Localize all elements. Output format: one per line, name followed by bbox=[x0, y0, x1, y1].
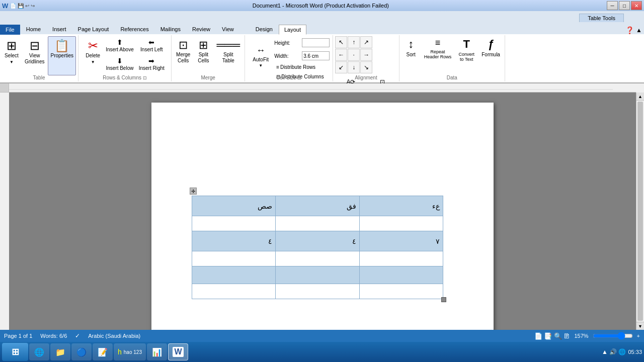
delete-button[interactable]: ✂ Delete ▼ bbox=[83, 36, 103, 75]
close-button[interactable]: ✕ bbox=[631, 1, 642, 10]
tab-layout[interactable]: Layout bbox=[279, 25, 306, 35]
window-controls[interactable]: ─ □ ✕ bbox=[607, 1, 642, 10]
repeat-header-rows-button[interactable]: ≡ RepeatHeader Rows bbox=[422, 36, 454, 75]
align-bottom-right[interactable]: ↘ bbox=[360, 61, 372, 73]
table-cell[interactable] bbox=[359, 266, 443, 284]
align-middle-left[interactable]: ← bbox=[335, 49, 347, 61]
tab-view[interactable]: View bbox=[216, 24, 239, 34]
insert-left-button[interactable]: ⬅ Insert Left bbox=[137, 36, 167, 54]
group-merge-label: Merge bbox=[172, 75, 245, 80]
distribute-rows-label: Distribute Rows bbox=[280, 64, 315, 70]
properties-button[interactable]: 📋 Properties bbox=[48, 36, 76, 75]
cell-text: ٤ bbox=[276, 236, 359, 246]
table-cell[interactable]: فق bbox=[276, 196, 359, 216]
width-input[interactable] bbox=[302, 51, 330, 60]
tab-mailings[interactable]: Mailings bbox=[155, 24, 186, 34]
quick-access-toolbar: 📄 💾 ↩ ↪ bbox=[10, 3, 34, 9]
check-icon: ✓ bbox=[75, 332, 80, 339]
table-cell[interactable] bbox=[192, 216, 276, 231]
table-cell[interactable] bbox=[359, 216, 443, 231]
insert-above-button[interactable]: ⬆ Insert Above bbox=[104, 36, 136, 54]
insert-left-icon: ⬅ bbox=[148, 38, 154, 46]
table-cell[interactable]: ٤ bbox=[192, 231, 276, 251]
tab-page-layout[interactable]: Page Layout bbox=[72, 24, 115, 34]
align-middle-center[interactable]: · bbox=[348, 49, 360, 61]
tab-home[interactable]: Home bbox=[21, 24, 46, 34]
group-alignment: ↖ ↑ ↗ ← · → ↙ ↓ ↘ A⟳ Text Direction ⊡ Ce… bbox=[333, 35, 399, 81]
collapse-ribbon-icon[interactable]: ▲ bbox=[636, 27, 642, 34]
table-cell[interactable] bbox=[276, 284, 359, 299]
height-input[interactable] bbox=[302, 38, 330, 47]
table-cell[interactable] bbox=[192, 266, 276, 284]
tab-file[interactable]: File bbox=[0, 25, 20, 35]
table-cell[interactable]: ٤ bbox=[276, 231, 359, 251]
tab-insert[interactable]: Insert bbox=[47, 24, 72, 34]
table-cell[interactable] bbox=[359, 284, 443, 299]
start-button[interactable]: ⊞ bbox=[2, 343, 28, 361]
maximize-button[interactable]: □ bbox=[619, 1, 630, 10]
split-cells-button[interactable]: ⊞ SplitCells bbox=[194, 36, 213, 75]
taskbar-item-notepad[interactable]: 📝 bbox=[93, 343, 113, 360]
taskbar-item-folder[interactable]: 📁 bbox=[50, 343, 70, 360]
help-icon[interactable]: ❓ bbox=[625, 26, 634, 34]
autofit-button[interactable]: ↔ AutoFit ▼ bbox=[248, 44, 273, 74]
split-table-button[interactable]: ═══ SplitTable bbox=[214, 36, 243, 75]
taskbar-item-word[interactable]: W bbox=[168, 343, 188, 360]
align-middle-right[interactable]: → bbox=[360, 49, 372, 61]
table-cell[interactable]: صص bbox=[192, 196, 276, 216]
rows-cols-expand[interactable]: ⊡ bbox=[143, 75, 147, 80]
view-gridlines-button[interactable]: ⊟ ViewGridlines bbox=[22, 36, 47, 75]
vertical-scrollbar[interactable]: ▲ ▼ bbox=[636, 93, 644, 330]
formula-button[interactable]: ƒ Formula bbox=[479, 36, 503, 75]
zoom-in-icon[interactable]: + bbox=[637, 333, 640, 339]
scroll-down-button[interactable]: ▼ bbox=[636, 322, 644, 330]
table-cell[interactable] bbox=[192, 284, 276, 299]
align-bottom-left[interactable]: ↙ bbox=[335, 61, 347, 73]
table-cell[interactable] bbox=[276, 216, 359, 231]
view-icons[interactable]: 📄 📑 🔍 🖹 bbox=[534, 332, 571, 340]
taskbar-item-ie[interactable]: 🌐 bbox=[29, 343, 49, 360]
merge-cells-button[interactable]: ⊡ MergeCells bbox=[174, 36, 193, 75]
cell-size-expand[interactable]: ⊡ bbox=[297, 75, 301, 80]
taskbar-item-hao[interactable]: h hao 123 bbox=[114, 343, 146, 360]
hao-label: hao 123 bbox=[124, 349, 142, 355]
insert-below-button[interactable]: ⬇ Insert Below bbox=[104, 55, 136, 73]
vruler-svg bbox=[0, 93, 9, 330]
table-cell[interactable] bbox=[192, 251, 276, 266]
table-cell[interactable] bbox=[276, 266, 359, 284]
scroll-up-button[interactable]: ▲ bbox=[636, 93, 644, 101]
table-resize-handle[interactable] bbox=[441, 297, 446, 302]
taskbar-item-chrome[interactable]: 🔵 bbox=[71, 343, 92, 360]
ribbon-tabs-row[interactable]: File Home Insert Page Layout References … bbox=[0, 22, 644, 34]
table-cell[interactable] bbox=[359, 251, 443, 266]
align-top-center[interactable]: ↑ bbox=[348, 36, 360, 48]
minimize-button[interactable]: ─ bbox=[607, 1, 618, 10]
table-move-handle[interactable]: ✛ bbox=[190, 188, 197, 195]
table-container: ✛ صص فق عء bbox=[192, 196, 443, 299]
table-cell[interactable] bbox=[276, 251, 359, 266]
title-bar-left: W 📄 💾 ↩ ↪ bbox=[2, 2, 35, 10]
scroll-thumb[interactable] bbox=[637, 102, 643, 321]
align-top-right[interactable]: ↗ bbox=[360, 36, 372, 48]
document-area[interactable]: ✛ صص فق عء bbox=[9, 93, 636, 330]
ruler-svg bbox=[9, 83, 636, 93]
insert-right-button[interactable]: ➡ Insert Right bbox=[137, 55, 167, 73]
tab-references[interactable]: References bbox=[115, 24, 154, 34]
properties-icon: 📋 bbox=[54, 40, 69, 52]
insert-col: ⬆ Insert Above ⬇ Insert Below bbox=[104, 36, 136, 80]
sort-button[interactable]: ↕ Sort bbox=[401, 36, 421, 75]
tab-design[interactable]: Design bbox=[250, 24, 278, 34]
insert-left-label: Insert Left bbox=[140, 47, 163, 52]
sort-icon: ↕ bbox=[408, 38, 414, 51]
select-button[interactable]: ⊞ Select ▼ bbox=[2, 36, 21, 75]
align-bottom-center[interactable]: ↓ bbox=[348, 61, 360, 73]
taskbar-item-ppt[interactable]: 📊 bbox=[147, 343, 167, 360]
table-cell[interactable]: عء bbox=[359, 196, 443, 216]
tab-review[interactable]: Review bbox=[187, 24, 216, 34]
distribute-rows-button[interactable]: ≡ Distribute Rows bbox=[274, 63, 330, 71]
align-top-left[interactable]: ↖ bbox=[335, 36, 347, 48]
group-table-label: Table bbox=[0, 75, 78, 80]
convert-to-text-button[interactable]: T Convertto Text bbox=[455, 36, 478, 75]
zoom-slider[interactable] bbox=[593, 333, 633, 339]
table-cell[interactable]: ٧ bbox=[359, 231, 443, 251]
